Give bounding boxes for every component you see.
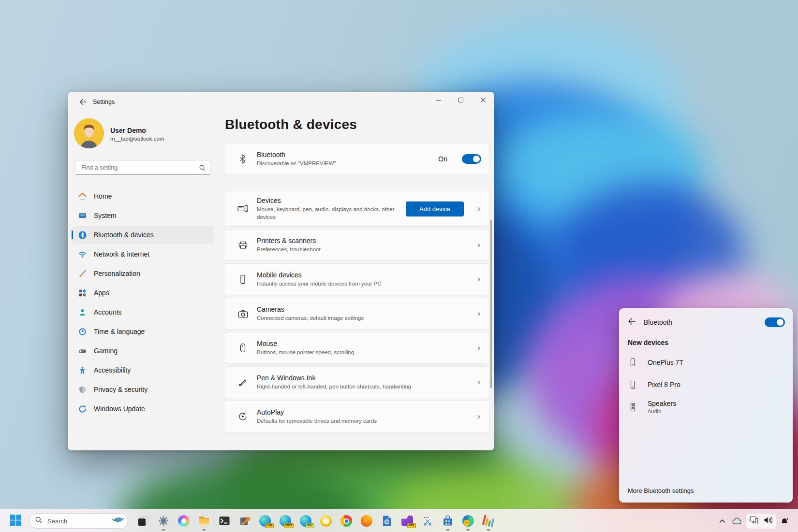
task-view-button[interactable]: [133, 510, 153, 532]
taskbar-terminal[interactable]: [214, 510, 235, 532]
sidebar-item-accounts[interactable]: Accounts: [72, 303, 214, 321]
speaker-device-icon: [629, 403, 637, 412]
flyout-back-button[interactable]: [628, 318, 635, 327]
back-button[interactable]: [75, 97, 90, 109]
minimize-button[interactable]: [428, 92, 450, 108]
pre-badge: PRE: [407, 523, 415, 528]
device-oneplus-7t[interactable]: OnePlus 7T: [622, 351, 789, 374]
sidebar-item-label: Apps: [94, 289, 109, 297]
flyout-header: Bluetooth: [628, 316, 785, 329]
bluetooth-toggle-row[interactable]: Bluetooth Discoverable as "VMPREVIEW" On: [224, 143, 489, 175]
sidebar-item-label: Windows Update: [94, 405, 145, 413]
sidebar-item-system[interactable]: System: [72, 207, 214, 224]
taskbar-files-pre[interactable]: PRE: [397, 510, 417, 532]
running-indicator: [487, 529, 490, 531]
sidebar-item-privacy-security[interactable]: Privacy & security: [72, 381, 214, 398]
taskbar-html-document[interactable]: [377, 510, 397, 532]
pen-icon: [237, 377, 248, 388]
row-title: AutoPlay: [257, 408, 469, 416]
sidebar-item-apps[interactable]: Apps: [72, 284, 214, 302]
taskbar-search-box[interactable]: [29, 513, 128, 529]
settings-search-input[interactable]: [76, 164, 199, 171]
close-button[interactable]: [472, 92, 494, 108]
settings-search-box[interactable]: [75, 160, 211, 175]
monitor-phone-icon: [750, 516, 759, 526]
toggle-state-label: On: [438, 155, 447, 163]
windows-logo-icon: [10, 515, 21, 528]
taskbar-edge-beta[interactable]: BETA: [275, 510, 296, 532]
device-subtitle: Audio: [648, 408, 676, 414]
row-title: Printers & scanners: [257, 237, 469, 244]
row-subtitle: Instantly access your mobile devices fro…: [257, 280, 469, 288]
taskbar-copilot[interactable]: [174, 510, 194, 532]
sidebar-item-time-language[interactable]: Time & language: [72, 323, 214, 340]
taskbar-chrome-canary[interactable]: [316, 510, 336, 532]
device-name: Speakers: [648, 400, 676, 407]
sidebar-item-home[interactable]: Home: [72, 187, 214, 205]
chevron-right-icon: ›: [477, 204, 481, 214]
home-icon: [78, 192, 87, 201]
sidebar-item-personalization[interactable]: Personalization: [72, 265, 214, 282]
autoplay-row[interactable]: AutoPlay Defaults for removable drives a…: [224, 401, 489, 432]
more-bluetooth-settings-link[interactable]: More Bluetooth settings: [620, 479, 792, 502]
desktop: Settings User Demo m__lab@outlook.com: [0, 0, 798, 532]
mobile-devices-row[interactable]: Mobile devices Instantly access your mob…: [224, 263, 489, 295]
phone-icon: [237, 274, 248, 285]
search-highlight-fish-icon: [112, 516, 125, 526]
sidebar-item-network-internet[interactable]: Network & internet: [72, 245, 214, 263]
edge-profile-icon: [462, 515, 474, 527]
running-indicator: [203, 529, 206, 531]
avatar[interactable]: [74, 118, 104, 148]
taskbar-edge-canary[interactable]: CAN: [255, 510, 275, 532]
chevron-right-icon: ›: [477, 274, 481, 284]
taskbar-snipping-tool[interactable]: [417, 510, 438, 532]
taskbar-search-input[interactable]: [46, 517, 107, 525]
notification-bell-dnd-icon[interactable]: z: [778, 514, 792, 528]
row-subtitle: Preferences, troubleshoot: [257, 246, 469, 254]
window-scrollbar[interactable]: [490, 220, 492, 388]
store-icon: [442, 515, 454, 527]
taskbar-colored-stripes-app[interactable]: [478, 510, 499, 532]
caption-buttons: [428, 92, 494, 108]
mouse-row[interactable]: Mouse Buttons, mouse pointer speed, scro…: [224, 332, 489, 364]
taskbar-edge-profile[interactable]: [458, 510, 478, 532]
taskbar-microsoft-store[interactable]: [438, 510, 458, 532]
phone-icon: [629, 380, 637, 389]
devices-row[interactable]: Devices Mouse, keyboard, pen, audio, dis…: [224, 191, 489, 227]
taskbar-edge-dev[interactable]: DEV: [296, 510, 316, 532]
sidebar-item-bluetooth-devices[interactable]: Bluetooth & devices: [72, 226, 214, 244]
sidebar-item-gaming[interactable]: Gaming: [72, 342, 214, 359]
taskbar-firefox[interactable]: [356, 510, 377, 532]
tray-indicators-group[interactable]: [746, 514, 776, 529]
beta-badge: BETA: [284, 523, 294, 528]
sidebar-item-windows-update[interactable]: Windows Update: [72, 400, 214, 417]
speaker-volume-icon: [764, 517, 772, 526]
printers-scanners-row[interactable]: Printers & scanners Preferences, trouble…: [224, 229, 489, 261]
colored-stripes-icon: [483, 515, 495, 527]
user-email: m__lab@outlook.com: [110, 136, 164, 142]
flyout-bluetooth-toggle[interactable]: [765, 317, 785, 327]
taskbar-chrome[interactable]: [336, 510, 356, 532]
chevron-right-icon: ›: [477, 343, 481, 353]
flyout-section-header: New devices: [628, 339, 668, 346]
start-button[interactable]: [9, 515, 22, 527]
search-icon: [35, 517, 42, 525]
taskbar-settings[interactable]: [153, 510, 174, 532]
chrome-icon: [340, 515, 353, 527]
window-title: Settings: [93, 99, 115, 105]
sidebar-item-accessibility[interactable]: Accessibility: [72, 361, 214, 379]
bluetooth-toggle[interactable]: [462, 154, 481, 164]
onedrive-cloud-icon[interactable]: [730, 514, 744, 528]
add-device-button[interactable]: Add device: [406, 201, 464, 216]
cameras-row[interactable]: Cameras Connected cameras, default image…: [224, 298, 489, 330]
taskbar-media-tool[interactable]: [235, 510, 255, 532]
device-speakers[interactable]: Speakers Audio: [622, 396, 789, 418]
pen-windows-ink-row[interactable]: Pen & Windows Ink Right-handed or left-h…: [224, 366, 489, 398]
sidebar-item-label: Home: [94, 192, 112, 200]
sidebar-item-label: Bluetooth & devices: [94, 231, 154, 239]
device-pixel-8-pro[interactable]: Pixel 8 Pro: [622, 374, 789, 396]
tray-chevron-up-button[interactable]: [715, 514, 729, 528]
taskbar-file-explorer[interactable]: [194, 510, 214, 532]
maximize-button[interactable]: [450, 92, 472, 108]
sidebar-item-label: Privacy & security: [94, 386, 148, 393]
